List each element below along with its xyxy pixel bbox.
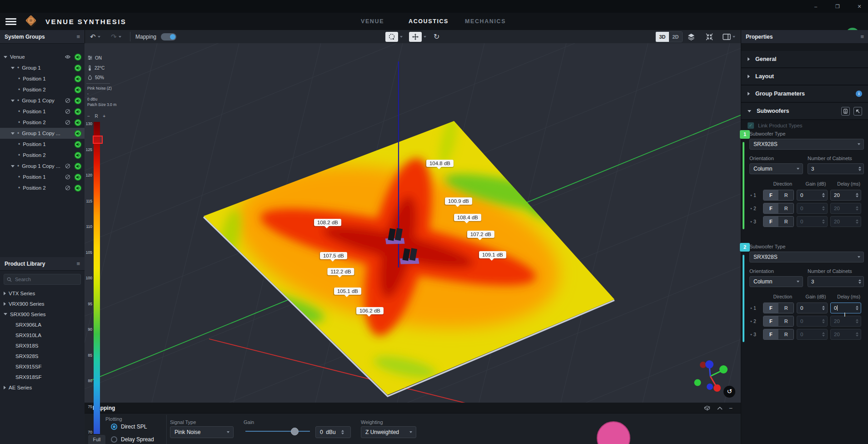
- weighting-select[interactable]: Z Unweighted: [361, 426, 416, 438]
- expand-panel-icon[interactable]: [717, 406, 723, 410]
- speaker-on-icon[interactable]: [74, 130, 82, 137]
- expand-arrow-icon[interactable]: [4, 386, 6, 389]
- layout-panels-button[interactable]: [723, 30, 735, 43]
- direction-rear-button[interactable]: R: [779, 203, 794, 213]
- tab-venue[interactable]: VENUE: [361, 18, 384, 25]
- delay-input[interactable]: 20: [830, 203, 861, 214]
- gain-input[interactable]: 0: [797, 190, 828, 201]
- gain-slider[interactable]: [245, 429, 310, 433]
- delay-input[interactable]: 0: [830, 303, 861, 313]
- window-restore-icon[interactable]: ❐: [834, 3, 841, 10]
- radio-icon[interactable]: [111, 436, 117, 443]
- speaker-on-icon[interactable]: [74, 97, 82, 105]
- legend-range-button[interactable]: R: [95, 114, 98, 119]
- section-group-parameters[interactable]: Group Parametersi: [741, 86, 868, 103]
- tree-item-position-2[interactable]: •Position 2: [0, 117, 85, 128]
- direction-front-button[interactable]: F: [763, 203, 779, 213]
- tree-item-position-1[interactable]: •Position 1: [0, 139, 85, 150]
- eye-hidden-icon[interactable]: [65, 174, 71, 180]
- gain-slider-handle[interactable]: [291, 428, 299, 435]
- direction-toggle[interactable]: F R: [763, 316, 794, 327]
- direction-front-button[interactable]: F: [763, 329, 779, 339]
- eye-visible-icon[interactable]: [65, 54, 71, 60]
- expand-arrow-icon[interactable]: [4, 292, 6, 295]
- main-menu-icon[interactable]: [5, 18, 16, 25]
- gain-input[interactable]: 0: [797, 303, 828, 313]
- delay-input[interactable]: 20: [830, 190, 861, 201]
- tree-item-position-1[interactable]: •Position 1: [0, 106, 85, 117]
- direction-rear-button[interactable]: R: [779, 329, 794, 339]
- tree-item-position-2[interactable]: •Position 2: [0, 84, 85, 95]
- tree-item-group-1-copy[interactable]: •Group 1 Copy ...: [0, 161, 85, 172]
- plotting-radio-delay-spread[interactable]: Delay Spread: [111, 436, 154, 443]
- product-search[interactable]: [4, 274, 81, 285]
- plotting-radio-direct-spl[interactable]: Direct SPL: [111, 424, 147, 430]
- speaker-on-icon[interactable]: [74, 162, 82, 170]
- orientation-gizmo[interactable]: [694, 360, 728, 392]
- subwoofer-list-icon[interactable]: [841, 107, 850, 116]
- product-library-menu-icon[interactable]: ≡: [76, 260, 80, 267]
- measurement-mic-graphic[interactable]: [584, 415, 703, 444]
- subwoofer-type-select[interactable]: SRX928S: [749, 252, 864, 262]
- speaker-on-icon[interactable]: [74, 119, 82, 126]
- delay-input[interactable]: 20: [830, 329, 861, 340]
- eye-hidden-icon[interactable]: [65, 108, 71, 115]
- move-tool-button[interactable]: [409, 30, 426, 43]
- info-icon[interactable]: i: [856, 91, 862, 97]
- minimize-panel-icon[interactable]: −: [729, 404, 733, 412]
- product-item-srx918sf[interactable]: SRX918SF: [0, 372, 85, 382]
- product-item-vrx900-series[interactable]: VRX900 Series: [0, 298, 85, 309]
- speaker-on-icon[interactable]: [74, 64, 82, 72]
- tree-item-position-2[interactable]: •Position 2: [0, 182, 85, 193]
- expand-arrow-icon[interactable]: [11, 165, 15, 167]
- acoustic-3d-viewport[interactable]: ON 22°C 50% Pink Noise (Z) - 0 dBu Patch…: [85, 43, 741, 403]
- legend-range-marker[interactable]: [93, 136, 103, 144]
- tree-item-position-2[interactable]: •Position 2: [0, 150, 85, 161]
- tab-acoustics[interactable]: ACOUSTICS: [409, 18, 449, 25]
- expand-arrow-icon[interactable]: [11, 100, 15, 102]
- eye-hidden-icon[interactable]: [65, 163, 71, 169]
- legend-full-button[interactable]: Full: [88, 435, 105, 444]
- view-mode-toggle[interactable]: 3D2D: [655, 30, 683, 43]
- section-arrow-icon[interactable]: [748, 92, 750, 96]
- section-subwoofers[interactable]: Subwoofers: [741, 103, 868, 120]
- product-item-srx928s[interactable]: SRX928S: [0, 351, 85, 361]
- expand-arrow-icon[interactable]: [4, 56, 7, 58]
- reset-view-button[interactable]: ↺: [723, 386, 735, 398]
- speaker-on-icon[interactable]: [74, 151, 82, 159]
- direction-rear-button[interactable]: R: [779, 217, 794, 227]
- system-groups-menu-icon[interactable]: ≡: [76, 33, 80, 40]
- speaker-on-icon[interactable]: [74, 108, 82, 116]
- link-product-types-checkbox[interactable]: ✓: [748, 122, 754, 129]
- expand-arrow-icon[interactable]: [11, 67, 15, 69]
- speaker-on-icon[interactable]: [74, 173, 82, 181]
- direction-toggle[interactable]: F R: [763, 303, 794, 313]
- eye-hidden-icon[interactable]: [65, 119, 71, 126]
- speaker-on-icon[interactable]: [74, 184, 82, 192]
- direction-front-button[interactable]: F: [763, 303, 779, 313]
- direction-toggle[interactable]: F R: [763, 203, 794, 214]
- fit-view-button[interactable]: [705, 30, 713, 43]
- section-layout[interactable]: Layout: [741, 68, 868, 86]
- orientation-select[interactable]: Column: [749, 163, 803, 174]
- section-arrow-icon[interactable]: [748, 75, 750, 78]
- tree-item-group-1-copy[interactable]: •Group 1 Copy ...: [0, 128, 85, 139]
- delay-input[interactable]: 20: [830, 316, 861, 327]
- gain-input[interactable]: 0: [797, 316, 828, 327]
- section-arrow-icon[interactable]: [748, 110, 751, 112]
- rotate-view-button[interactable]: ↻: [434, 30, 439, 43]
- eye-hidden-icon[interactable]: [65, 97, 71, 104]
- pick-arrow-icon[interactable]: [853, 107, 862, 116]
- eye-hidden-icon[interactable]: [65, 185, 71, 191]
- product-item-ae-series[interactable]: AE Series: [0, 382, 85, 393]
- direction-toggle[interactable]: F R: [763, 329, 794, 340]
- speaker-on-icon[interactable]: [74, 75, 82, 83]
- direction-rear-button[interactable]: R: [779, 316, 794, 326]
- direction-rear-button[interactable]: R: [779, 190, 794, 200]
- product-item-srx915sf[interactable]: SRX915SF: [0, 361, 85, 372]
- product-item-srx900-series[interactable]: SRX900 Series: [0, 309, 85, 319]
- product-item-srx918s[interactable]: SRX918S: [0, 340, 85, 351]
- direction-rear-button[interactable]: R: [779, 303, 794, 313]
- delay-input[interactable]: 20: [830, 216, 861, 227]
- orientation-select[interactable]: Column: [749, 276, 803, 287]
